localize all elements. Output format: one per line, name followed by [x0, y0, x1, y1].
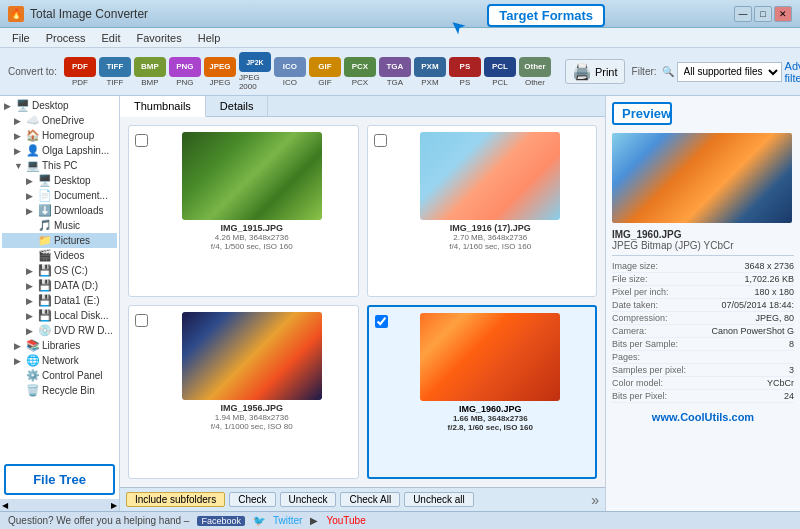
check-all-button[interactable]: Check All	[340, 492, 400, 507]
thumbnail-3[interactable]: IMG_1956.JPG 1.94 MB, 3648x2736 f/4, 1/1…	[128, 305, 359, 479]
check-button[interactable]: Check	[229, 492, 275, 507]
tree-item-network[interactable]: ▶ 🌐 Network	[2, 353, 117, 368]
minimize-button[interactable]: —	[734, 6, 752, 22]
tree-item-documents[interactable]: ▶ 📄 Document...	[2, 188, 117, 203]
thumbnail-4[interactable]: IMG_1960.JPG 1.66 MB, 3648x2736 f/2.8, 1…	[367, 305, 598, 479]
window-controls[interactable]: — □ ✕	[734, 6, 792, 22]
ppi-label: Pixel per inch:	[612, 287, 669, 297]
format-png[interactable]: PNG PNG	[169, 57, 201, 87]
tree-item-onedrive[interactable]: ▶ ☁️ OneDrive	[2, 113, 117, 128]
localdisk-icon: 💾	[38, 309, 52, 322]
facebook-button[interactable]: Facebook	[197, 516, 245, 526]
pcx-icon: PCX	[344, 57, 376, 77]
gif-icon: GIF	[309, 57, 341, 77]
tree-item-osc[interactable]: ▶ 💾 OS (C:)	[2, 263, 117, 278]
checkbox-1[interactable]	[135, 134, 148, 147]
tree-label-network: Network	[42, 355, 79, 366]
tree-item-desktop2[interactable]: ▶ 🖥️ Desktop	[2, 173, 117, 188]
format-pcl[interactable]: PCL PCL	[484, 57, 516, 87]
tree-item-desktop[interactable]: ▶ 🖥️ Desktop	[2, 98, 117, 113]
toggle-onedrive: ▶	[14, 116, 26, 126]
thumb-info2-4: f/2.8, 1/60 sec, ISO 160	[448, 423, 533, 432]
tree-item-downloads[interactable]: ▶ ⬇️ Downloads	[2, 203, 117, 218]
menu-favorites[interactable]: Favorites	[128, 30, 189, 46]
tree-item-recyclebin[interactable]: 🗑️ Recycle Bin	[2, 383, 117, 398]
info-row-ppi: Pixel per inch: 180 x 180	[612, 286, 794, 299]
format-tiff[interactable]: TIFF TIFF	[99, 57, 131, 87]
menu-help[interactable]: Help	[190, 30, 229, 46]
info-row-colormodel: Color model: YCbCr	[612, 377, 794, 390]
compression-value: JPEG, 80	[755, 313, 794, 323]
print-button[interactable]: 🖨️ Print	[565, 59, 625, 84]
maximize-button[interactable]: □	[754, 6, 772, 22]
tree-item-controlpanel[interactable]: ⚙️ Control Panel	[2, 368, 117, 383]
checkbox-3[interactable]	[135, 314, 148, 327]
tab-details[interactable]: Details	[206, 96, 269, 116]
menu-process[interactable]: Process	[38, 30, 94, 46]
file-tree-button[interactable]: File Tree	[4, 464, 115, 495]
thumb-image-3	[182, 312, 322, 400]
format-pcx[interactable]: PCX PCX	[344, 57, 376, 87]
colormodel-value: YCbCr	[767, 378, 794, 388]
checkbox-2[interactable]	[374, 134, 387, 147]
youtube-link[interactable]: YouTube	[326, 515, 365, 526]
include-subfolders-button[interactable]: Include subfolders	[126, 492, 225, 507]
tree-item-olga[interactable]: ▶ 👤 Olga Lapshin...	[2, 143, 117, 158]
music-icon: 🎵	[38, 219, 52, 232]
status-question: Question? We offer you a helping hand –	[8, 515, 189, 526]
tree-item-data1[interactable]: ▶ 💾 Data1 (E:)	[2, 293, 117, 308]
filesize-label: File size:	[612, 274, 648, 284]
twitter-link[interactable]: Twitter	[273, 515, 302, 526]
tree-item-music[interactable]: 🎵 Music	[2, 218, 117, 233]
info-row-compression: Compression: JPEG, 80	[612, 312, 794, 325]
format-tga[interactable]: TGA TGA	[379, 57, 411, 87]
checkbox-4[interactable]	[375, 315, 388, 328]
close-button[interactable]: ✕	[774, 6, 792, 22]
tree-item-videos[interactable]: 🎬 Videos	[2, 248, 117, 263]
tab-thumbnails[interactable]: Thumbnails	[120, 96, 206, 117]
thumbnail-2[interactable]: IMG_1916 (17).JPG 2.70 MB, 3648x2736 f/4…	[367, 125, 598, 297]
tree-item-dvdrw[interactable]: ▶ 💿 DVD RW D...	[2, 323, 117, 338]
format-jp2k[interactable]: JP2K JPEG 2000	[239, 52, 271, 91]
scroll-left-arrow[interactable]: ◀	[2, 501, 8, 510]
statusbar: Question? We offer you a helping hand – …	[0, 511, 800, 529]
coolutils-link[interactable]: www.CoolUtils.com	[612, 411, 794, 423]
format-pdf[interactable]: PDF PDF	[64, 57, 96, 87]
file-tree: ▶ 🖥️ Desktop ▶ ☁️ OneDrive ▶ 🏠 Homegroup	[0, 96, 119, 460]
scroll-right-arrow[interactable]: ▶	[111, 501, 117, 510]
thumbnail-1[interactable]: IMG_1915.JPG 4.26 MB, 3648x2736 f/4, 1/5…	[128, 125, 359, 297]
format-bmp[interactable]: BMP BMP	[134, 57, 166, 87]
controlpanel-icon: ⚙️	[26, 369, 40, 382]
datad-icon: 💾	[38, 279, 52, 292]
tree-item-datad[interactable]: ▶ 💾 DATA (D:)	[2, 278, 117, 293]
pcl-icon: PCL	[484, 57, 516, 77]
menu-edit[interactable]: Edit	[93, 30, 128, 46]
tga-icon: TGA	[379, 57, 411, 77]
thumb-name-3: IMG_1956.JPG	[220, 403, 283, 413]
tree-label-dvdrw: DVD RW D...	[54, 325, 113, 336]
format-ico[interactable]: ICO ICO	[274, 57, 306, 87]
tree-item-pictures[interactable]: 📁 Pictures	[2, 233, 117, 248]
uncheck-all-button[interactable]: Uncheck all	[404, 492, 474, 507]
format-pxm[interactable]: PXM PXM	[414, 57, 446, 87]
ppi-value: 180 x 180	[754, 287, 794, 297]
format-gif[interactable]: GIF GIF	[309, 57, 341, 87]
filter-select[interactable]: All supported files	[677, 62, 782, 82]
tree-item-thispc[interactable]: ▼ 💻 This PC	[2, 158, 117, 173]
toggle-desktop: ▶	[4, 101, 16, 111]
format-other[interactable]: Other Other	[519, 57, 551, 87]
format-jpeg[interactable]: JPEG JPEG	[204, 57, 236, 87]
left-scrollbar[interactable]: ◀ ▶	[0, 499, 119, 511]
videos-icon: 🎬	[38, 249, 52, 262]
advanced-filter-button[interactable]: Advanced filter	[785, 60, 800, 84]
format-ps[interactable]: PS PS	[449, 57, 481, 87]
uncheck-button[interactable]: Uncheck	[280, 492, 337, 507]
tree-item-libraries[interactable]: ▶ 📚 Libraries	[2, 338, 117, 353]
scroll-right-btn[interactable]: »	[591, 492, 599, 508]
thumb-info2-3: f/4, 1/1000 sec, ISO 80	[211, 422, 293, 431]
menu-file[interactable]: File	[4, 30, 38, 46]
tree-label-localdisk: Local Disk...	[54, 310, 108, 321]
tree-item-localdisk[interactable]: ▶ 💾 Local Disk...	[2, 308, 117, 323]
tree-item-homegroup[interactable]: ▶ 🏠 Homegroup	[2, 128, 117, 143]
tree-label-desktop: Desktop	[32, 100, 69, 111]
